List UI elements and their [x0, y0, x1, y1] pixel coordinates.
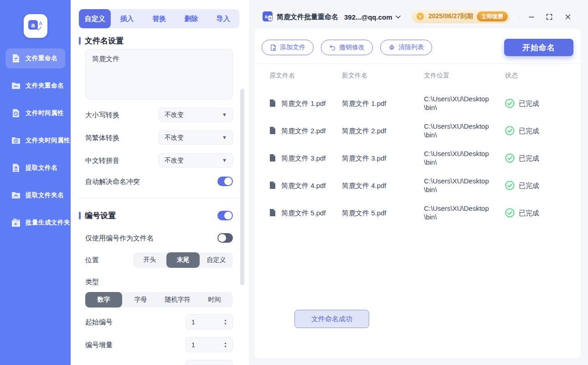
- stepper-up-icon[interactable]: ▲: [224, 318, 227, 322]
- clipped-row: ▲: [71, 360, 249, 365]
- sidebar-item-batch-create-folders[interactable]: 批量生成文件夹: [5, 213, 65, 233]
- position-row: 位置 开头 末尾 自定义: [71, 252, 249, 268]
- auto-resolve-row: 自动解决命名冲突: [71, 177, 249, 186]
- status-text: 已完成: [519, 181, 539, 190]
- auto-resolve-toggle[interactable]: [217, 177, 233, 186]
- case-convert-select[interactable]: 不改变 ▼: [159, 108, 233, 122]
- clipped-stepper[interactable]: ▲: [186, 360, 233, 365]
- new-filename: 简鹿文件 4.pdf: [342, 181, 424, 190]
- position-option-start[interactable]: 开头: [133, 252, 166, 268]
- number-only-row: 仅使用编号作为文件名: [71, 233, 249, 243]
- pinyin-convert-row: 中文转拼音 不改变 ▼: [71, 153, 249, 167]
- sidebar-item-label: 文件重命名: [26, 54, 57, 63]
- status-text: 已完成: [519, 126, 539, 135]
- chevron-down-icon: ▼: [222, 112, 227, 117]
- position-option-custom[interactable]: 自定义: [200, 252, 233, 268]
- sidebar-item-folder-time-attr[interactable]: 文件夹时间属性: [5, 130, 65, 151]
- add-files-button[interactable]: 添加文件: [262, 40, 314, 55]
- add-file-icon: [270, 44, 277, 51]
- table-row[interactable]: 简鹿文件 1.pdf 简鹿文件 1.pdf C:\Users\XU\Deskto…: [254, 89, 581, 117]
- new-filename: 简鹿文件 1.pdf: [342, 99, 424, 108]
- col-location: 文件位置: [424, 72, 505, 80]
- numbering-section-header: 编号设置: [79, 210, 116, 221]
- pinyin-convert-select[interactable]: 不改变 ▼: [159, 153, 233, 167]
- file-icon: [269, 209, 275, 216]
- original-filename: 简鹿文件 3.pdf: [281, 154, 327, 162]
- tab-custom[interactable]: 自定义: [79, 9, 111, 28]
- tab-replace[interactable]: 替换: [143, 9, 175, 28]
- vip-expiry-badge: 2025/06/27到期 立即续费: [412, 10, 510, 23]
- tab-delete[interactable]: 删除: [175, 9, 207, 28]
- file-time-icon: [11, 108, 21, 118]
- section-accent-bar: [79, 212, 81, 219]
- original-filename: 简鹿文件 5.pdf: [281, 209, 327, 217]
- rename-success-toast: 文件命名成功: [294, 310, 369, 328]
- number-only-toggle[interactable]: [217, 233, 233, 243]
- toggle-knob: [224, 212, 232, 219]
- file-location: C:\Users\XU\Desktop\bin\: [424, 204, 493, 221]
- success-check-icon: [505, 153, 515, 163]
- sidebar-item-file-time-attr[interactable]: 文件时间属性: [5, 103, 65, 123]
- sidebar-item-folder-rename[interactable]: 文件夹重命名: [5, 76, 65, 96]
- maximize-button[interactable]: [544, 12, 554, 22]
- minimize-button[interactable]: [526, 12, 536, 22]
- chevron-down-icon: ▼: [222, 135, 227, 140]
- type-option-number[interactable]: 数字: [85, 292, 122, 308]
- expiry-date: 2025/06/27到期: [428, 12, 473, 21]
- sidebar-item-extract-folder-name[interactable]: 提取文件夹名: [5, 185, 65, 205]
- file-icon: [269, 154, 275, 162]
- sidebar-item-extract-file-name[interactable]: 提取文件名: [5, 158, 65, 178]
- start-rename-button[interactable]: 开始命名: [504, 39, 573, 56]
- filename-input[interactable]: 简鹿文件: [85, 49, 233, 99]
- clear-brush-icon: [388, 44, 395, 51]
- increment-stepper[interactable]: 1 ▲ ▼: [186, 337, 233, 352]
- stepper-down-icon[interactable]: ▼: [224, 345, 227, 348]
- button-label: 清除列表: [398, 43, 424, 52]
- extract-file-name-icon: [11, 163, 21, 173]
- file-icon: [269, 99, 275, 107]
- table-row[interactable]: 简鹿文件 2.pdf 简鹿文件 2.pdf C:\Users\XU\Deskto…: [254, 117, 581, 144]
- stepper-value: 1: [191, 341, 195, 349]
- maximize-icon: [546, 13, 553, 21]
- type-option-random[interactable]: 随机字符: [159, 292, 196, 308]
- start-number-row: 起始编号 1 ▲ ▼: [71, 314, 249, 329]
- folder-time-icon: [11, 136, 21, 146]
- settings-scrollbar-thumb[interactable]: [240, 89, 244, 285]
- sidebar-item-file-rename[interactable]: 文件重命名: [5, 48, 65, 68]
- account-menu[interactable]: 392...@qq.com: [344, 11, 401, 23]
- stepper-down-icon[interactable]: ▼: [224, 322, 227, 325]
- main-panel: a A 简鹿文件批量重命名 392...@qq.com 2025/06/27到期…: [249, 0, 588, 365]
- status-text: 已完成: [519, 154, 539, 162]
- table-row[interactable]: 简鹿文件 3.pdf 简鹿文件 3.pdf C:\Users\XU\Deskto…: [254, 144, 581, 172]
- col-status: 状态: [505, 72, 581, 80]
- sc-tc-convert-select[interactable]: 不改变 ▼: [159, 130, 233, 145]
- type-option-time[interactable]: 时间: [196, 292, 233, 308]
- position-option-end[interactable]: 末尾: [166, 252, 200, 268]
- start-number-stepper[interactable]: 1 ▲ ▼: [186, 314, 233, 329]
- batch-create-folders-icon: [11, 218, 21, 228]
- case-convert-label: 大小写转换: [85, 110, 119, 119]
- clear-list-button[interactable]: 清除列表: [380, 40, 432, 55]
- stepper-value: 1: [191, 318, 195, 326]
- type-option-letter[interactable]: 字母: [122, 292, 159, 308]
- sidebar: a A 文件重命名 文件夹重命名 文件时间属性 文件夹时间属性: [0, 0, 71, 365]
- settings-panel: 自定义 插入 替换 删除 导入 文件名设置 简鹿文件 大小写转换 不改变 ▼ 简…: [71, 0, 249, 365]
- sc-tc-convert-label: 简繁体转换: [85, 133, 119, 142]
- file-icon: [269, 182, 275, 189]
- tab-import[interactable]: 导入: [207, 9, 239, 28]
- undo-changes-button[interactable]: 撤销修改: [321, 40, 373, 55]
- start-number-label: 起始编号: [85, 318, 113, 326]
- renew-button[interactable]: 立即续费: [477, 11, 508, 21]
- stepper-up-icon[interactable]: ▲: [224, 341, 227, 344]
- extract-folder-name-icon: [11, 190, 21, 200]
- original-filename: 简鹿文件 1.pdf: [281, 99, 327, 108]
- vip-coin-icon: [416, 12, 425, 21]
- new-filename: 简鹿文件 2.pdf: [342, 126, 424, 135]
- close-button[interactable]: [563, 12, 573, 22]
- increment-label: 编号增量: [85, 340, 113, 349]
- numbering-toggle[interactable]: [217, 211, 233, 220]
- table-row[interactable]: 简鹿文件 4.pdf 简鹿文件 4.pdf C:\Users\XU\Deskto…: [254, 172, 581, 199]
- type-segmented-control: 数字 字母 随机字符 时间: [85, 292, 233, 308]
- table-row[interactable]: 简鹿文件 5.pdf 简鹿文件 5.pdf C:\Users\XU\Deskto…: [254, 199, 581, 226]
- tab-insert[interactable]: 插入: [111, 9, 143, 28]
